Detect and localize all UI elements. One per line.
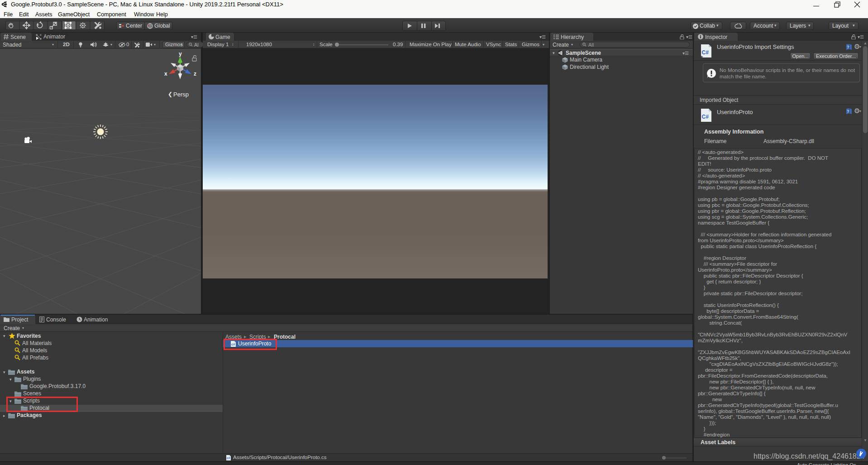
svg-text:C#: C# [702, 49, 709, 56]
svg-text:x: x [164, 71, 167, 77]
svg-text:c#: c# [227, 456, 230, 460]
svg-text:c#: c# [231, 342, 235, 346]
svg-text:?: ? [847, 45, 849, 49]
svg-text:C#: C# [702, 114, 709, 120]
svg-text:y: y [179, 53, 182, 57]
svg-text:z: z [194, 71, 196, 77]
svg-text:?: ? [847, 109, 849, 114]
